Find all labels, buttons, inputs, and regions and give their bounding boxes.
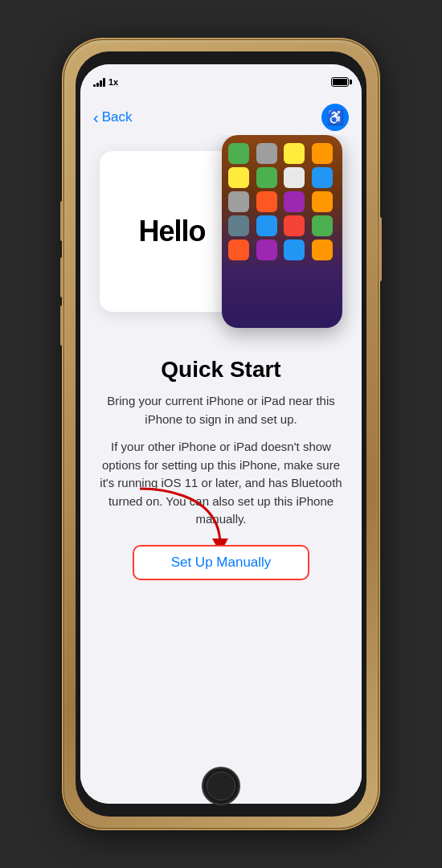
screen: 1x ‹ Back ♿ (80, 64, 362, 804)
app-icon (284, 143, 305, 164)
battery-fill (333, 79, 347, 85)
status-right (331, 77, 349, 87)
app-grid (228, 143, 336, 260)
app-icon (284, 240, 305, 260)
app-icon (284, 191, 305, 212)
app-icon (284, 215, 305, 236)
main-content: Hello (80, 135, 362, 804)
home-button-inner (207, 772, 235, 800)
app-icon (228, 143, 249, 164)
app-icon (256, 215, 277, 236)
app-icon (256, 143, 277, 164)
app-icon (228, 191, 249, 212)
description-1: Bring your current iPhone or iPad near t… (100, 392, 342, 428)
app-icon (312, 191, 333, 212)
app-icon (312, 167, 333, 188)
app-icon (228, 167, 249, 188)
app-icon (256, 191, 277, 212)
phone-inner-frame: 1x ‹ Back ♿ (76, 51, 366, 817)
back-chevron-icon: ‹ (93, 109, 99, 125)
signal-bars-icon (93, 77, 105, 87)
back-button[interactable]: ‹ Back (93, 109, 132, 125)
app-icon (312, 215, 333, 236)
iphone-illustration (222, 135, 342, 328)
app-icon (312, 143, 333, 164)
accessibility-icon: ♿ (326, 110, 344, 125)
arrow-area: Set Up Manually (100, 545, 342, 580)
carrier-label: 1x (108, 77, 118, 87)
battery-icon (331, 77, 349, 87)
app-icon (228, 215, 249, 236)
app-icon (228, 240, 249, 260)
accessibility-button[interactable]: ♿ (321, 104, 349, 131)
hello-text: Hello (138, 215, 205, 248)
app-icon (312, 240, 333, 260)
app-icon (284, 167, 305, 188)
status-left: 1x (93, 77, 118, 87)
hero-section: Hello (100, 135, 342, 344)
nav-bar: ‹ Back ♿ (80, 100, 362, 135)
page-title: Quick Start (161, 357, 280, 383)
phone-frame: 1x ‹ Back ♿ (64, 40, 378, 828)
back-label: Back (102, 109, 133, 125)
home-button[interactable] (202, 767, 240, 805)
setup-manually-button[interactable]: Set Up Manually (133, 545, 309, 580)
app-icon (256, 240, 277, 260)
setup-manually-label: Set Up Manually (171, 555, 272, 571)
app-icon (256, 167, 277, 188)
status-bar: 1x (80, 64, 362, 100)
